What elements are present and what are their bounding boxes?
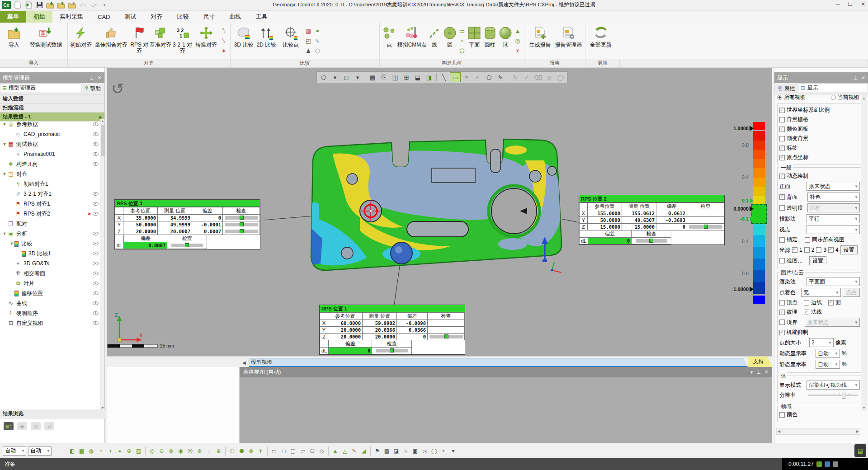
curve-compare-icon[interactable]: ∿ <box>313 36 322 45</box>
visibility-eye-icon[interactable] <box>93 242 99 245</box>
viewpoint-select[interactable]: ▼ <box>807 225 860 234</box>
table-view-header[interactable]: 表格视图 (自动) ▾ ⊥ ✕ <box>240 367 772 377</box>
compare-3d-button[interactable]: 3D 比较 <box>232 24 255 48</box>
bottom-tool-icon[interactable]: ▣ <box>411 446 420 455</box>
light1-checkbox[interactable] <box>792 247 797 253</box>
capture-sync-icon[interactable]: ⇄ <box>44 422 54 430</box>
capture-view-icon[interactable]: ◉⁺ <box>4 422 14 430</box>
best-fit-align-button[interactable]: 最佳拟合对齐 <box>92 24 129 48</box>
transparency-select[interactable]: 所有▼ <box>807 203 860 212</box>
visibility-eye-icon[interactable] <box>93 232 99 235</box>
table-view-close-icon[interactable]: ✕ <box>764 369 769 375</box>
tree-item[interactable]: ⚑RPS 对齐1 <box>0 199 100 209</box>
tab-support[interactable]: 支持 <box>748 357 772 367</box>
tree-item[interactable]: ⌖3D GD&Ts <box>0 258 100 268</box>
visibility-eye-icon[interactable] <box>93 272 99 275</box>
expander-icon[interactable]: ▼ <box>9 241 14 246</box>
deviation-color-scale[interactable]: 1.00000.0000-1.00000.1-0.10.80.4-0.4-0.8 <box>739 118 772 307</box>
tab-scroll-left-icon[interactable]: ◀ <box>242 360 246 365</box>
menu-tab-9[interactable]: 曲线 <box>222 11 248 23</box>
point-button[interactable]: 点 <box>382 24 397 48</box>
front-face-select[interactable]: 原来状态▼ <box>807 182 860 191</box>
colorbar-threshold-marker-icon[interactable] <box>750 198 754 203</box>
visibility-eye-icon[interactable] <box>93 321 99 325</box>
bottom-tool-icon[interactable]: ＋ <box>439 446 448 455</box>
visibility-eye-icon[interactable] <box>93 291 99 295</box>
tree-item[interactable]: 3D 比较1 <box>0 249 100 258</box>
rps-table[interactable]: RPS 位置 1参考位置测量 位置偏差检查X60.000059.9902-0.0… <box>319 305 465 355</box>
visibility-eye-icon[interactable] <box>93 192 99 196</box>
generate-report-button[interactable]: 生成报告 <box>526 24 554 48</box>
tab-help[interactable]: ?帮助 <box>81 83 104 94</box>
menu-tab-10[interactable]: 工具 <box>248 11 274 23</box>
hex-compare-icon[interactable]: ⬡ <box>313 46 322 55</box>
static-rate-select[interactable]: 自动▼ <box>816 360 840 369</box>
visibility-eye-icon[interactable] <box>93 252 99 255</box>
bottom-tool-icon[interactable]: ▲ <box>331 446 340 455</box>
dynamic-draw-checkbox[interactable] <box>779 174 785 179</box>
visibility-eye-icon[interactable] <box>93 301 99 305</box>
tree-item[interactable]: ◇CAD_prismatic <box>0 129 100 139</box>
bottom-tool-icon[interactable]: ◉ <box>176 446 185 455</box>
coordinate-system-icon[interactable]: ⚹ <box>513 46 522 55</box>
view-option-checkbox[interactable] <box>779 127 785 132</box>
capture-target-icon[interactable]: ◎ <box>31 422 41 430</box>
torus-icon[interactable]: ◎ <box>513 36 522 45</box>
import-button[interactable]: 导入 <box>2 24 26 48</box>
all-views-radio[interactable] <box>777 95 782 100</box>
minimize-button[interactable]: ─ <box>836 1 840 7</box>
tree-item[interactable]: 偏移位置 <box>0 288 100 298</box>
filter-combo-1[interactable]: 自动▼ <box>3 446 26 456</box>
plane-button[interactable]: 平面 <box>467 24 482 48</box>
tree-item[interactable]: ⇗3-2-1 对齐1 <box>0 189 100 199</box>
tree-item[interactable]: ϟ初始对齐1 <box>0 179 100 189</box>
visibility-eye-icon[interactable] <box>93 212 99 216</box>
sphere-compare-icon[interactable]: ⚭ <box>313 26 322 35</box>
visibility-eye-icon[interactable] <box>93 282 99 285</box>
tree-item[interactable]: ▼◎参考数据 <box>0 119 100 129</box>
bottom-tool-icon[interactable]: ⊚ <box>167 446 175 455</box>
visibility-eye-icon[interactable] <box>93 311 99 315</box>
bottom-tool-icon[interactable]: ◧ <box>68 446 76 455</box>
csys-align-icon[interactable]: ⤣ <box>219 26 228 35</box>
pentagon-icon[interactable]: ⬠ <box>458 46 467 55</box>
rps-table[interactable]: RPS 位置 3参考位置测量 位置偏差检查X35.000034.99990Y50… <box>114 199 260 249</box>
bottom-tool-icon[interactable]: ⬢ <box>237 446 246 455</box>
visibility-eye-icon[interactable] <box>93 142 99 146</box>
close-button[interactable]: ✕ <box>861 1 865 7</box>
boundary-checkbox[interactable] <box>779 320 785 325</box>
circle-button[interactable]: 圆 <box>442 24 458 48</box>
replace-test-data-button[interactable]: 替换测试数据 <box>26 24 66 48</box>
bottom-tool-icon[interactable]: ◕ <box>115 446 124 455</box>
display-close-icon[interactable]: ✕ <box>861 75 865 81</box>
rps-align-button[interactable]: RPS 对齐 <box>130 24 149 54</box>
dynamic-rate-select[interactable]: 自动▼ <box>816 349 840 358</box>
view-settings-button[interactable]: 设置 <box>809 256 826 265</box>
bottom-tool-icon[interactable]: ▱ <box>298 446 307 455</box>
bottom-tool-icon[interactable]: ◌ <box>205 446 213 455</box>
expander-icon[interactable]: ▼ <box>2 172 7 176</box>
cylinder-button[interactable]: 圆柱 <box>482 24 498 48</box>
silhouette-compare-icon[interactable]: ♟ <box>304 46 313 55</box>
tree-item[interactable]: ∿曲线 <box>0 298 100 308</box>
bottom-tool-icon[interactable]: ◪ <box>392 446 401 455</box>
status-blue-icon[interactable] <box>825 461 830 467</box>
edges-checkbox[interactable] <box>804 300 809 306</box>
menu-tab-7[interactable]: 比较 <box>170 11 196 23</box>
bottom-tool-icon[interactable]: ◎ <box>148 446 156 455</box>
bottom-tool-icon[interactable]: ⬡ <box>228 446 236 455</box>
sync-views-checkbox[interactable] <box>805 237 810 243</box>
menu-tab-1[interactable]: 菜单 <box>0 11 26 23</box>
boundary-select[interactable]: 原来状态▼ <box>805 318 860 327</box>
tab-model-manager[interactable]: ⊟模型管理器 <box>0 83 81 92</box>
view-option-checkbox[interactable] <box>779 117 785 122</box>
compare-point-button[interactable]: 比较点 <box>278 24 304 48</box>
vertices-checkbox[interactable] <box>779 300 785 306</box>
menu-tab-5[interactable]: 测试 <box>117 11 143 23</box>
bottom-tool-icon[interactable]: ⊜ <box>125 446 133 455</box>
sphere-button[interactable]: 球 <box>498 24 513 48</box>
normals-checkbox[interactable] <box>804 310 809 315</box>
bottom-tool-icon[interactable]: ◇ <box>317 446 326 455</box>
bottom-tool-icon[interactable]: △ <box>340 446 349 455</box>
grid-compare-icon[interactable]: ▦ <box>304 26 313 35</box>
